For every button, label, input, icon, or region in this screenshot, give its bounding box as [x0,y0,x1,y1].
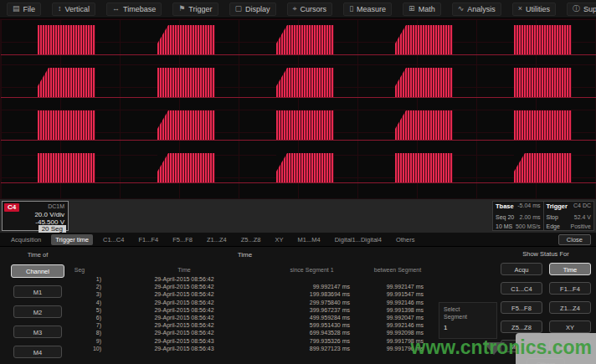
cell-time: 29-April-2015 08:56:43 [105,337,264,345]
cell-since-segment-1: 299.975840 ms [264,299,360,306]
descriptor-strip: C4 DC1M 20.0 V/div -45.500 V 20 Seg Tbas… [0,199,596,233]
cell-seg: 9) [54,337,105,345]
dialog-tab-bar: AcquisitionTrigger timeC1...C4F1...F4F5.… [0,233,596,247]
burst-ramp [395,25,406,44]
table-row: 7)29-April-2015 08:56:42599.951430 ms99.… [54,321,435,329]
menu-item-utilities[interactable]: ×Utilities [512,3,556,16]
column-header-since-segment-1: since Segment 1 [264,267,360,273]
analysis-wave-icon: ∿ [458,5,465,13]
segment-burst [157,153,215,182]
segment-burst [38,68,95,97]
menu-item-label: Analysis [467,5,496,13]
table-row: 6)29-April-2015 08:56:42499.959284 ms99.… [54,314,435,321]
status-button-time[interactable]: Time [549,263,591,275]
cell-between-segment: 99.992047 ms [360,314,435,321]
menu-item-trigger[interactable]: ⚑Trigger [172,3,218,16]
volts-per-div: 20.0 V/div [34,211,64,218]
burst-ramp [157,110,168,129]
cell-since-segment-1: 499.959284 ms [264,314,360,321]
tab-z1-z4[interactable]: Z1...Z4 [203,234,231,245]
waveform-display[interactable] [0,18,596,199]
status-button-z1-z4[interactable]: Z1...Z4 [549,301,591,314]
menu-item-vertical[interactable]: ↕Vertical [52,3,95,16]
table-row: 4)29-April-2015 08:56:42299.975840 ms99.… [54,299,435,306]
menu-item-display[interactable]: ▢Display [229,3,276,16]
cell-seg: 8) [54,329,105,336]
menu-item-label: Trigger [188,5,212,13]
select-segment-label-2: Segment [444,313,492,320]
cell-between-segment: 99.991398 ms [360,306,435,314]
menu-items: ▤File↕Vertical↔Timebase⚑Trigger▢Display⌖… [7,3,596,16]
menu-item-label: Display [245,5,270,13]
segment-count-label: 20 Seg [39,225,66,233]
trace-baseline [1,182,596,183]
tab-m1-m4[interactable]: M1...M4 [294,234,325,245]
status-button-f1-f4[interactable]: F1...F4 [549,282,591,295]
tab-f5-f8[interactable]: F5...F8 [168,234,197,245]
menu-item-label: Support [583,5,596,13]
cell-since-segment-1: 899.927123 ms [264,345,360,352]
trigger-flag-icon: ⚑ [178,5,185,13]
cell-time: 29-April-2015 08:56:42 [105,275,264,283]
menu-item-analysis[interactable]: ∿Analysis [452,3,501,16]
tab-c1-c4[interactable]: C1...C4 [99,234,128,245]
status-button-f5-f8[interactable]: F5...F8 [501,301,542,314]
tbase-value: -5.04 ms [515,203,540,210]
tab-z5-z8[interactable]: Z5...Z8 [237,234,265,245]
segment-burst [38,25,95,54]
table-row: 2)29-April-2015 08:56:4299.992147 ms99.9… [54,283,435,290]
timebase-summary[interactable]: Tbase -5.04 ms Seq 20 2.00 ms 10 MS 500 … [492,201,544,231]
menu-item-cursors[interactable]: ⌖Cursors [287,3,333,16]
cursor-crosshair-icon: ⌖ [293,5,297,13]
cell-since-segment-1: 699.943528 ms [264,329,360,336]
tab-others[interactable]: Others [392,234,419,245]
cell-between-segment [360,275,435,283]
time-per-div: 2.00 ms [515,214,540,220]
table-group-header: Time [54,247,435,259]
channel-descriptor-c4[interactable]: C4 DC1M 20.0 V/div -45.500 V 20 Seg [2,201,69,231]
burst-ramp [514,153,525,172]
cell-seg: 2) [54,283,105,290]
time-of-label: Time of [28,251,49,259]
menu-item-math[interactable]: ⊞Math [403,3,441,16]
table-row: 9)29-April-2015 08:56:43799.935326 ms99.… [54,337,435,345]
trigger-source: C4 DC [569,203,591,210]
tab-acquisition[interactable]: Acquisition [7,234,45,245]
close-button[interactable]: Close [558,234,591,245]
tab-trigger-time[interactable]: Trigger time [51,234,93,245]
seq-label: Seq 20 [496,214,515,220]
status-button-z5-z8[interactable]: Z5...Z8 [501,320,542,333]
utilities-tools-icon: × [518,5,522,13]
trace-baseline [1,54,596,55]
status-button-c1-c4[interactable]: C1...C4 [501,282,542,295]
burst-ramp [276,68,287,86]
show-status-title: Show Status For [522,250,568,258]
sample-rate: 500 MS/s [515,223,540,229]
status-button-acqu[interactable]: Acqu [501,263,542,275]
tab-f1-f4[interactable]: F1...F4 [134,234,162,245]
menu-item-support[interactable]: ⓘSupport [567,3,596,16]
segment-burst [395,153,453,182]
menu-bar: ▤File↕Vertical↔Timebase⚑Trigger▢Display⌖… [0,0,596,18]
menu-item-measure[interactable]: ▯Measure [343,3,392,16]
menu-item-timebase[interactable]: ↔Timebase [106,3,162,16]
trace-baseline [1,97,596,98]
trigger-summary[interactable]: Trigger C4 DC Stop 52.4 V Edge Positive [544,201,595,231]
segment-burst [514,68,572,97]
select-segment-field[interactable]: Select Segment 1 [439,302,497,339]
tab-digital1-digital4[interactable]: Digital1...Digital4 [331,234,386,245]
burst-ramp [38,68,49,86]
cell-between-segment: 99.991547 ms [360,290,435,298]
status-button-xy[interactable]: XY [549,320,591,333]
cell-seg: 4) [54,299,105,306]
timebase-trigger-descriptor[interactable]: Tbase -5.04 ms Seq 20 2.00 ms 10 MS 500 … [492,201,594,231]
table-row: 5)29-April-2015 08:56:42399.967237 ms99.… [54,306,435,314]
cell-time: 29-April-2015 08:56:42 [105,290,264,298]
trigger-time-table: Time SegTimesince Segment 1between Segme… [54,247,435,364]
column-header-between-segment: between Segment [360,267,435,273]
burst-ramp [157,153,168,172]
menu-item-file[interactable]: ▤File [7,3,41,16]
cell-time: 29-April-2015 08:56:42 [105,329,264,336]
tab-xy[interactable]: XY [271,234,288,245]
segment-burst [276,68,334,97]
